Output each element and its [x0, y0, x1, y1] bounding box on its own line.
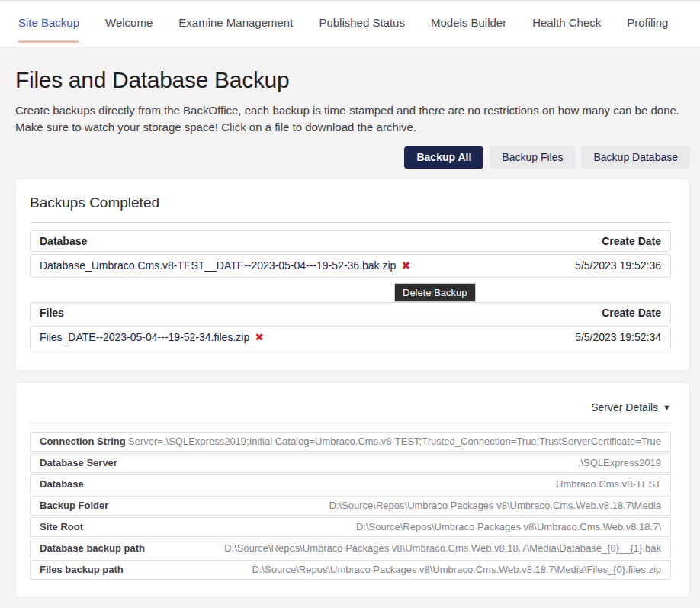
backup-files-button[interactable]: Backup Files [490, 146, 575, 169]
backup-database-button[interactable]: Backup Database [581, 146, 690, 169]
tab-site-backup[interactable]: Site Backup [18, 1, 79, 47]
backups-completed-heading: Backups Completed [30, 195, 671, 211]
server-detail-row-connection-string: Connection StringServer=.\SQLExpress2019… [30, 432, 671, 452]
detail-label: Files backup path [40, 564, 124, 575]
table-header-row: DatabaseCreate Date [30, 230, 671, 252]
backup-tables: DatabaseCreate DateDatabase_Umbraco.Cms.… [30, 230, 671, 349]
divider [30, 423, 671, 423]
backup-actions: Backup All Backup Files Backup Database [15, 146, 690, 169]
backup-table-files: FilesCreate DateFiles_DATE--2023-05-04--… [30, 302, 671, 349]
detail-label: Connection String [40, 436, 126, 447]
detail-value: D:\Source\Repos\Umbraco Packages v8\Umbr… [329, 500, 661, 511]
delete-backup-tooltip: Delete Backup [394, 283, 476, 302]
tab-profiling[interactable]: Profiling [627, 1, 668, 47]
server-details-table: Connection StringServer=.\SQLExpress2019… [30, 432, 671, 580]
create-date-value: 5/5/2023 19:52:36 [575, 259, 661, 272]
divider [30, 222, 671, 223]
column-header-name: Files [40, 307, 64, 319]
backup-table-database: DatabaseCreate DateDatabase_Umbraco.Cms.… [30, 230, 671, 278]
server-details-toggle-label: Server Details [591, 401, 658, 413]
page-title: Files and Database Backup [15, 67, 685, 93]
tab-published-status[interactable]: Published Status [319, 1, 405, 47]
detail-label: Database backup path [40, 542, 145, 554]
detail-value: D:\Source\Repos\Umbraco Packages v8\Umbr… [224, 542, 661, 554]
backup-file-cell: Database_Umbraco.Cms.v8-TEST__DATE--2023… [40, 259, 410, 272]
tab-examine-management[interactable]: Examine Management [178, 1, 293, 47]
chevron-down-icon: ▼ [663, 403, 671, 412]
delete-backup-icon[interactable]: ✖ [401, 260, 410, 271]
backup-file-link[interactable]: Files_DATE--2023-05-04---19-52-34.files.… [40, 331, 249, 343]
tab-welcome[interactable]: Welcome [105, 1, 153, 47]
column-header-create-date: Create Date [602, 235, 661, 247]
column-header-create-date: Create Date [602, 307, 661, 319]
server-detail-row-database-server: Database Server.\SQLExpress2019 [30, 453, 671, 473]
backup-file-cell: Files_DATE--2023-05-04---19-52-34.files.… [40, 331, 264, 343]
table-row: Files_DATE--2023-05-04---19-52-34.files.… [30, 326, 671, 349]
detail-value: Umbraco.Cms.v8-TEST [556, 478, 661, 490]
backup-file-link[interactable]: Database_Umbraco.Cms.v8-TEST__DATE--2023… [40, 259, 396, 272]
detail-label: Backup Folder [40, 500, 108, 511]
server-details-toggle[interactable]: Server Details ▼ [30, 401, 671, 413]
detail-value: Server=.\SQLExpress2019;Initial Catalog=… [128, 436, 661, 447]
tab-models-builder[interactable]: Models Builder [431, 1, 506, 47]
backup-all-button[interactable]: Backup All [404, 146, 483, 169]
detail-label: Database Server [40, 457, 117, 468]
detail-value: .\SQLExpress2019 [578, 457, 661, 468]
delete-backup-icon[interactable]: ✖ [255, 332, 264, 343]
server-detail-row-files-backup-path: Files backup pathD:\Source\Repos\Umbraco… [30, 560, 671, 580]
server-detail-row-database: DatabaseUmbraco.Cms.v8-TEST [30, 474, 671, 494]
page-description: Create backups directly from the BackOff… [15, 102, 689, 136]
detail-label: Database [40, 478, 84, 490]
detail-label: Site Root [40, 521, 83, 532]
tab-bar: Site BackupWelcomeExamine ManagementPubl… [0, 1, 700, 47]
detail-value: D:\Source\Repos\Umbraco Packages v8\Umbr… [252, 564, 661, 575]
server-detail-row-database-backup-path: Database backup pathD:\Source\Repos\Umbr… [30, 539, 671, 558]
create-date-value: 5/5/2023 19:52:34 [575, 331, 661, 343]
server-detail-row-backup-folder: Backup FolderD:\Source\Repos\Umbraco Pac… [30, 496, 671, 516]
table-header-row: FilesCreate Date [30, 302, 671, 323]
tab-health-check[interactable]: Health Check [532, 1, 601, 47]
table-row: Database_Umbraco.Cms.v8-TEST__DATE--2023… [30, 254, 671, 278]
server-detail-row-site-root: Site RootD:\Source\Repos\Umbraco Package… [30, 517, 671, 537]
backups-completed-panel: Backups Completed DatabaseCreate DateDat… [15, 179, 690, 371]
column-header-name: Database [40, 235, 87, 247]
server-details-panel: Server Details ▼ Connection StringServer… [15, 382, 690, 597]
detail-value: D:\Source\Repos\Umbraco Packages v8\Umbr… [356, 521, 661, 532]
main-content: Files and Database Backup Create backups… [0, 67, 700, 597]
